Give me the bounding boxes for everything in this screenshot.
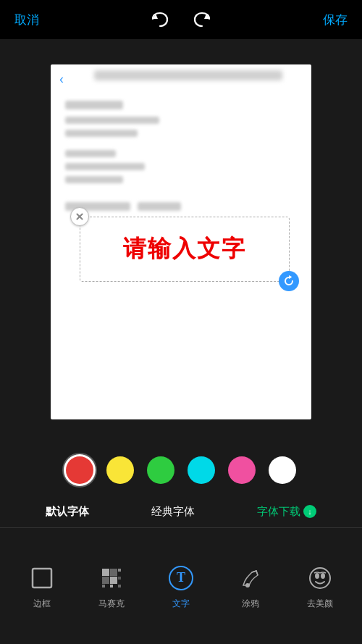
color-swatch-cyan[interactable] [188,456,215,484]
svg-rect-2 [102,569,109,576]
font-default[interactable]: 默认字体 [46,505,89,519]
svg-rect-7 [118,577,121,580]
mosaic-icon [96,562,127,594]
tool-border[interactable]: 边框 [7,562,77,610]
svg-rect-5 [110,577,117,584]
color-swatch-pink[interactable] [228,456,256,484]
border-icon [26,562,58,594]
svg-rect-4 [102,577,109,584]
text-icon: T [165,562,197,594]
beauty-icon [304,562,336,594]
doc-line-2 [65,117,159,124]
doc-line-5 [65,163,145,170]
svg-rect-3 [110,569,117,576]
text-close-handle[interactable] [70,207,89,226]
tool-paint[interactable]: 涂鸦 [216,562,285,610]
tool-beauty-label: 去美颜 [307,598,333,610]
document-preview: ‹ 请输入文字 [51,64,311,419]
doc-title-blur [94,70,282,80]
doc-line-4 [65,150,116,157]
font-classic[interactable]: 经典字体 [151,505,195,519]
text-overlay-box[interactable]: 请输入文字 [80,217,290,282]
doc-back-arrow: ‹ [59,72,64,87]
canvas-area: ‹ 请输入文字 [0,39,362,445]
cancel-button[interactable]: 取消 [14,12,39,28]
svg-rect-1 [33,569,51,587]
undo-button[interactable] [151,12,169,28]
tool-border-label: 边框 [33,598,51,610]
paint-icon [235,562,266,594]
font-row: 默认字体 经典字体 字体下载 ↓ [0,495,362,527]
tool-beauty[interactable]: 去美颜 [285,562,355,610]
text-rotate-handle[interactable] [279,271,299,291]
doc-line-6 [65,176,123,183]
tool-text-label: 文字 [172,598,190,610]
svg-point-14 [310,568,330,588]
font-download-icon: ↓ [303,505,316,518]
save-button[interactable]: 保存 [323,12,348,28]
font-download[interactable]: 字体下载 ↓ [257,505,316,519]
doc-line-8 [138,202,181,211]
text-overlay-content: 请输入文字 [123,233,246,265]
svg-point-15 [315,573,319,579]
top-toolbar: 取消 保存 [0,0,362,39]
doc-line-3 [65,130,138,137]
tool-mosaic-label: 马赛克 [98,598,125,610]
tool-paint-label: 涂鸦 [242,598,259,610]
svg-rect-10 [118,585,121,587]
color-swatch-green[interactable] [147,456,174,484]
svg-rect-6 [118,569,121,572]
bottom-section: 默认字体 经典字体 字体下载 ↓ 边框 [0,445,362,644]
redo-button[interactable] [193,12,211,28]
color-row [0,445,362,495]
svg-text:T: T [177,570,185,585]
color-swatch-white[interactable] [269,456,296,484]
tool-text[interactable]: T 文字 [146,562,216,610]
color-swatch-red[interactable] [66,456,93,484]
color-swatch-yellow[interactable] [106,456,134,484]
svg-point-16 [321,573,325,579]
svg-point-13 [245,583,250,587]
doc-line-1 [65,101,123,109]
svg-rect-8 [102,585,105,587]
tools-row: 边框 马赛克 [0,528,362,644]
undo-redo-group [151,12,211,28]
svg-rect-9 [110,585,113,587]
tool-mosaic[interactable]: 马赛克 [77,562,146,610]
